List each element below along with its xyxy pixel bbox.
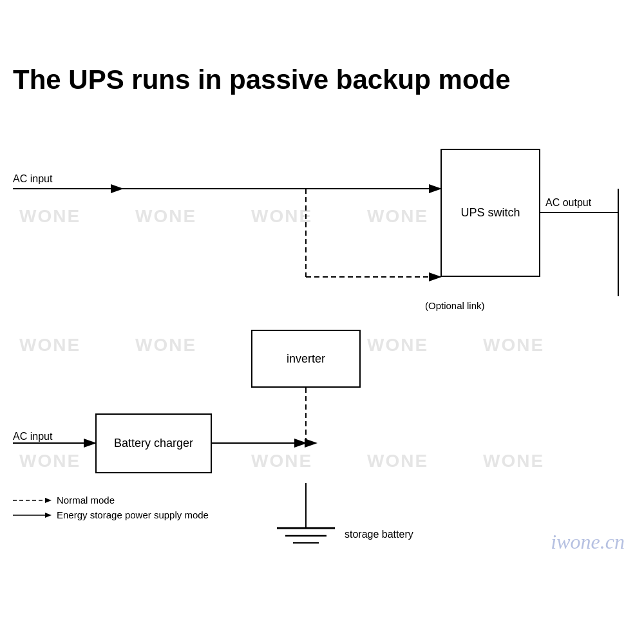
- iwone-credit: iwone.cn: [551, 530, 625, 554]
- watermark-1: WONE: [19, 206, 80, 227]
- watermark-10: WONE: [483, 335, 544, 355]
- svg-text:storage battery: storage battery: [345, 529, 413, 540]
- watermark-3: WONE: [251, 206, 312, 227]
- legend: Normal mode Energy storage power supply …: [13, 495, 209, 524]
- watermark-9: WONE: [367, 335, 428, 355]
- watermark-11: WONE: [19, 451, 80, 471]
- watermark-2: WONE: [135, 206, 196, 227]
- watermark-13: WONE: [251, 451, 312, 471]
- svg-marker-24: [45, 513, 52, 518]
- legend-normal-mode-text: Normal mode: [57, 495, 115, 506]
- legend-energy-mode-text: Energy storage power supply mode: [57, 509, 209, 520]
- watermark-14: WONE: [367, 451, 428, 471]
- watermark-15: WONE: [483, 451, 544, 471]
- inverter-label: inverter: [287, 352, 325, 366]
- watermark-7: WONE: [135, 335, 196, 355]
- diagram-svg: AC input AC output (Optional link) stora…: [0, 0, 644, 644]
- svg-text:AC input: AC input: [13, 431, 53, 442]
- ups-switch-label: UPS switch: [460, 206, 520, 220]
- battery-charger-box: Battery charger: [95, 413, 212, 473]
- legend-normal-mode: Normal mode: [13, 495, 209, 506]
- page-title: The UPS runs in passive backup mode: [13, 64, 511, 95]
- ups-switch-box: UPS switch: [440, 149, 540, 277]
- legend-energy-mode: Energy storage power supply mode: [13, 509, 209, 520]
- battery-charger-label: Battery charger: [114, 437, 193, 450]
- inverter-box: inverter: [251, 330, 361, 388]
- watermark-4: WONE: [367, 206, 428, 227]
- svg-text:AC input: AC input: [13, 173, 53, 184]
- svg-text:(Optional link): (Optional link): [425, 300, 485, 311]
- svg-text:AC output: AC output: [545, 197, 592, 208]
- svg-marker-22: [45, 498, 52, 503]
- watermark-6: WONE: [19, 335, 80, 355]
